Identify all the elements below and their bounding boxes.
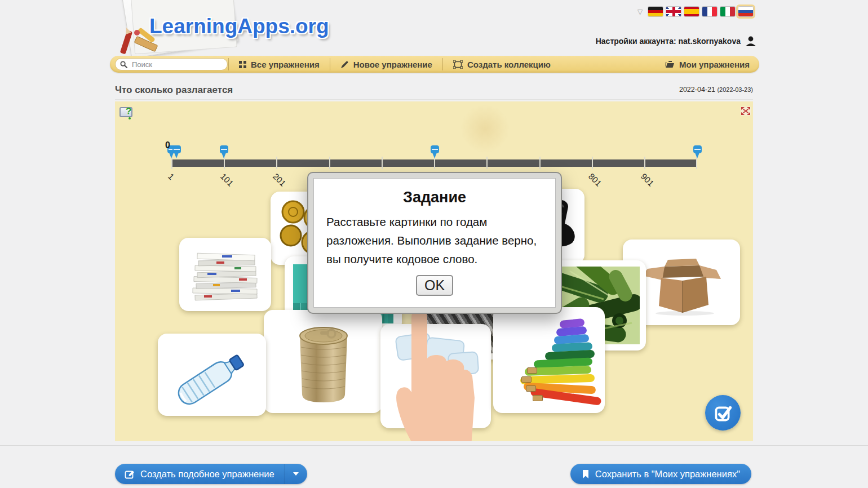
timeline-tick bbox=[592, 157, 593, 169]
timeline-tick bbox=[276, 157, 277, 169]
cardboard-box-photo bbox=[637, 250, 725, 316]
create-similar-dropdown[interactable] bbox=[285, 464, 307, 484]
flag-english[interactable] bbox=[666, 7, 681, 16]
create-similar-button[interactable]: Создать подобное упражнение bbox=[115, 464, 285, 484]
fullscreen-button[interactable] bbox=[741, 107, 751, 116]
plastic-bottle-photo bbox=[165, 338, 259, 411]
open-folder-icon bbox=[665, 60, 675, 68]
title-row: Что сколько разлагается 2022-04-21 (2022… bbox=[115, 83, 753, 97]
account-settings-link[interactable]: Настройки аккаунта: nat.skornyakova bbox=[596, 36, 756, 47]
create-similar-button-group: Создать подобное упражнение bbox=[115, 464, 307, 484]
learningapps-page: LearningApps.org ▽ Настройки аккаунта: n… bbox=[0, 0, 868, 488]
nav-item-label: Создать коллекцию bbox=[467, 60, 551, 69]
selection-frame-icon bbox=[453, 60, 463, 69]
flag-russian-selected[interactable] bbox=[738, 7, 753, 16]
chevron-down-icon bbox=[293, 472, 299, 476]
modal-body-text: Расставьте картинки по годам разложения.… bbox=[326, 213, 543, 268]
main-navbar: Все упражнения Новое упражнение Создать … bbox=[110, 56, 759, 73]
nav-item-label: Все упражнения bbox=[251, 60, 320, 69]
date-note: (2022-03-23) bbox=[717, 86, 753, 93]
timeline-tick bbox=[644, 157, 645, 169]
edit-square-icon bbox=[125, 469, 135, 479]
title-divider bbox=[115, 99, 753, 100]
fullscreen-expand-icon bbox=[741, 107, 751, 116]
timeline-tick bbox=[382, 157, 383, 169]
nav-divider bbox=[228, 58, 229, 70]
pencil-icon bbox=[340, 60, 349, 69]
grid-icon bbox=[239, 61, 246, 68]
nav-item-label: Новое упражнение bbox=[353, 60, 432, 69]
save-to-my-exercises-button[interactable]: Сохранить в "Моих упражнениях" bbox=[570, 464, 751, 484]
tick-label: 901 bbox=[639, 171, 656, 188]
tick-label: 801 bbox=[587, 171, 604, 188]
timeline-pin[interactable] bbox=[693, 145, 702, 159]
flag-spanish[interactable] bbox=[684, 7, 699, 16]
footer-divider bbox=[0, 445, 868, 446]
nav-item-create-collection[interactable]: Создать коллекцию bbox=[444, 56, 560, 73]
tick-label: 1 bbox=[166, 171, 176, 181]
newspapers-photo bbox=[185, 245, 265, 305]
page-title: Что сколько разлагается bbox=[115, 85, 233, 96]
flag-french[interactable] bbox=[702, 7, 717, 16]
account-settings-label: Настройки аккаунта: nat.skornyakova bbox=[596, 37, 741, 46]
check-solution-button[interactable] bbox=[705, 395, 741, 431]
search-icon bbox=[120, 61, 127, 68]
flag-german[interactable] bbox=[648, 7, 663, 16]
nav-divider bbox=[330, 58, 330, 70]
person-icon bbox=[745, 36, 756, 47]
tick-label: 201 bbox=[271, 171, 288, 188]
search-input[interactable] bbox=[131, 60, 223, 69]
ok-button[interactable]: OK bbox=[416, 275, 453, 296]
language-dropdown-icon[interactable]: ▽ bbox=[637, 8, 643, 16]
tin-can-photo bbox=[291, 317, 356, 407]
nav-item-label: Мои упражнения bbox=[679, 60, 750, 69]
logo[interactable]: LearningApps.org bbox=[116, 0, 341, 54]
timeline-origin-label: 0 bbox=[165, 140, 170, 150]
card-tin-can[interactable] bbox=[264, 310, 382, 413]
exercise-board: ? 1 101 201 301 401 bbox=[115, 101, 753, 441]
timeline-tick bbox=[486, 157, 488, 169]
search-box[interactable] bbox=[115, 58, 228, 70]
checkbox-check-icon bbox=[714, 403, 733, 423]
timeline-pin[interactable] bbox=[431, 145, 439, 159]
card-newspapers[interactable] bbox=[179, 238, 271, 311]
language-bar: ▽ bbox=[637, 7, 753, 16]
create-similar-label: Создать подобное упражнение bbox=[140, 469, 274, 480]
modal-title: Задание bbox=[326, 189, 543, 206]
question-mark-icon: ? bbox=[126, 106, 131, 117]
card-plastic-bags[interactable] bbox=[380, 324, 491, 428]
timeline-pin[interactable] bbox=[220, 145, 228, 159]
nav-item-all-exercises[interactable]: Все упражнения bbox=[229, 56, 329, 73]
nav-item-my-exercises[interactable]: Мои упражнения bbox=[655, 56, 759, 73]
card-plastic-bottle[interactable] bbox=[158, 334, 266, 416]
card-felt-pens[interactable] bbox=[493, 307, 605, 413]
nav-item-new-exercise[interactable]: Новое упражнение bbox=[331, 56, 442, 73]
date-main: 2022-04-21 bbox=[679, 86, 715, 94]
save-button-label: Сохранить в "Моих упражнениях" bbox=[595, 469, 740, 480]
task-modal-content: Задание Расставьте картинки по годам раз… bbox=[313, 178, 556, 308]
timeline-pin[interactable] bbox=[172, 145, 181, 159]
help-button[interactable]: ? bbox=[119, 106, 136, 121]
bookmark-icon bbox=[582, 469, 590, 479]
nav-divider bbox=[442, 58, 443, 70]
flag-italian[interactable] bbox=[720, 7, 735, 16]
timeline-tick bbox=[329, 157, 330, 169]
timeline-tick bbox=[539, 157, 541, 169]
task-modal: Задание Расставьте картинки по годам раз… bbox=[307, 172, 562, 314]
question-dot bbox=[129, 117, 131, 119]
exercise-date: 2022-04-21 (2022-03-23) bbox=[679, 86, 753, 94]
logo-text: LearningApps.org bbox=[149, 15, 329, 38]
tick-label: 101 bbox=[219, 171, 236, 188]
